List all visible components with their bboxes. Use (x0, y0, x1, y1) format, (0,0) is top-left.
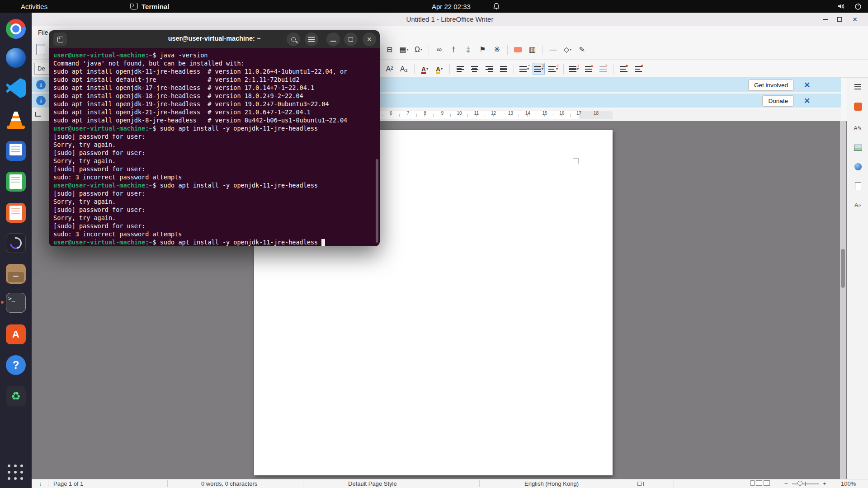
dock-item-vlc[interactable] (5, 109, 27, 131)
writer-titlebar[interactable]: Untitled 1 - LibreOffice Writer × (32, 13, 868, 26)
justify-icon[interactable] (497, 63, 509, 75)
clock[interactable]: Apr 22 02:33 (432, 0, 471, 13)
writer-close-button[interactable]: × (850, 14, 860, 24)
dock-item-impress[interactable] (5, 202, 27, 224)
terminal-line: sudo apt install openjdk-21-jre-headless… (53, 108, 380, 116)
dock: >_A?♻ (0, 13, 32, 488)
subscript-icon[interactable]: A₂ (398, 63, 410, 75)
dock-item-terminal[interactable]: >_ (5, 292, 27, 314)
freeform-line-icon[interactable]: ✎ (576, 43, 588, 56)
status-page-style[interactable]: Default Page Style (348, 480, 397, 487)
get-involved-button[interactable]: Get involved (748, 80, 794, 91)
align-right-icon[interactable] (483, 63, 495, 75)
ruler-number: 6 (390, 111, 392, 116)
numbered-list-icon[interactable]: 1▾ (533, 63, 545, 75)
ruler-number: 7 (407, 111, 410, 116)
view-layout-buttons[interactable] (750, 480, 771, 487)
dock-item-writer[interactable] (5, 140, 27, 162)
document-scrollbar[interactable] (840, 121, 846, 479)
gallery-icon[interactable] (852, 141, 864, 154)
top-bar: Activities Terminal Apr 22 02:33 (0, 0, 868, 13)
hyperlink-icon[interactable]: ∞ (433, 43, 445, 56)
horizontal-line-icon[interactable]: — (547, 43, 559, 56)
align-left-icon[interactable] (454, 63, 466, 75)
terminal-scrollbar[interactable] (376, 159, 378, 243)
terminal-minimize-button[interactable] (326, 33, 340, 46)
indent-increase-icon[interactable]: ► (618, 63, 630, 75)
comment-icon[interactable] (512, 43, 524, 56)
style-inspector-icon[interactable]: A⌕ (852, 199, 864, 211)
highlight-color-icon[interactable]: A▾ (433, 63, 445, 75)
zoom-out-icon[interactable]: − (784, 480, 788, 487)
bullet-list-icon[interactable]: •▾ (518, 63, 530, 75)
tab-stop-selector-icon[interactable] (35, 112, 41, 117)
font-color-icon[interactable]: A▾ (419, 63, 431, 75)
volume-icon[interactable] (837, 0, 845, 13)
terminal-titlebar[interactable]: user@user-virtual-machine: ~ × (49, 30, 380, 48)
zoom-percent[interactable]: 100% (841, 480, 856, 487)
spacing-increase-icon[interactable]: ▲ (582, 63, 594, 75)
special-character-icon[interactable]: Ω▾ (412, 43, 425, 56)
writer-minimize-button[interactable] (820, 14, 830, 24)
status-language[interactable]: English (Hong Kong) (524, 480, 579, 487)
spacing-decrease-icon[interactable]: ▼ (597, 63, 609, 75)
power-icon[interactable] (854, 0, 862, 13)
document-scrollbar-thumb[interactable] (841, 249, 845, 288)
terminal-close-button[interactable]: × (363, 33, 376, 46)
dock-item-vscode[interactable] (5, 77, 27, 99)
cross-reference-icon[interactable]: ※ (491, 43, 503, 56)
styles-icon[interactable]: A✎ (852, 122, 864, 134)
vscode-icon (6, 78, 26, 98)
dock-item-browser[interactable] (5, 47, 27, 69)
endnote-icon[interactable]: ‡ (462, 43, 474, 56)
dock-item-chrome[interactable] (5, 18, 27, 40)
dock-item-files[interactable] (5, 263, 27, 285)
indent-decrease-icon[interactable]: ◄ (632, 63, 644, 75)
status-page-count[interactable]: Page 1 of 1 (53, 480, 84, 487)
outline-list-icon[interactable]: ≡▾ (547, 63, 559, 75)
footnote-icon[interactable]: † (448, 43, 460, 56)
ruler-number: 12 (491, 111, 496, 116)
navigator-icon[interactable] (852, 160, 864, 173)
insert-mode-icon[interactable]: I (637, 480, 645, 487)
insert-field-icon[interactable]: ▤▾ (398, 43, 410, 56)
dock-item-software[interactable]: A (5, 324, 27, 345)
writer-maximize-button[interactable] (835, 14, 844, 24)
track-changes-icon[interactable]: ▥ (526, 43, 538, 56)
activities-button[interactable]: Activities (21, 0, 47, 13)
page-icon[interactable] (852, 180, 864, 192)
dock-item-media[interactable] (5, 232, 27, 254)
line-spacing-icon[interactable]: ↕▾ (568, 63, 580, 75)
basic-shapes-icon[interactable]: ◇▾ (561, 43, 574, 56)
terminal-line: sudo apt install openjdk-17-jre-headless… (53, 84, 380, 92)
sidebar-menu-icon[interactable] (852, 80, 864, 93)
app-menu-terminal[interactable]: Terminal (142, 0, 169, 13)
zoom-slider-knob[interactable] (797, 481, 802, 486)
menu-file[interactable]: File (38, 29, 48, 36)
running-indicator (1, 301, 4, 304)
donate-button[interactable]: Donate (762, 95, 794, 107)
terminal-line: Sorry, try again. (53, 197, 380, 206)
menu-icon[interactable] (305, 33, 318, 46)
dock-item-help[interactable]: ? (5, 354, 27, 376)
ruler-number: 10 (457, 111, 462, 116)
infobar-close-icon[interactable]: ✕ (802, 96, 812, 106)
terminal-line: sudo apt install default-jre # version 2… (53, 75, 380, 84)
show-applications-icon[interactable] (8, 465, 24, 481)
dock-item-recycle[interactable]: ♻ (5, 385, 27, 407)
new-document-icon[interactable] (36, 44, 45, 55)
page-break-icon[interactable]: ⊟ (383, 43, 396, 56)
search-icon[interactable] (287, 33, 300, 46)
paragraph-style-combo[interactable]: De (34, 63, 49, 75)
infobar-close-icon[interactable]: ✕ (802, 80, 812, 90)
dock-item-calc[interactable] (5, 171, 27, 192)
properties-icon[interactable] (852, 100, 864, 113)
status-word-count[interactable]: 0 words, 0 characters (201, 480, 257, 487)
terminal-maximize-button[interactable] (344, 33, 358, 46)
bell-icon[interactable] (493, 0, 500, 13)
ruler-number: 9 (441, 111, 443, 116)
zoom-in-icon[interactable]: + (823, 480, 826, 487)
align-center-icon[interactable] (468, 63, 481, 75)
superscript-icon[interactable]: A² (383, 63, 396, 75)
bookmark-icon[interactable]: ⚑ (476, 43, 489, 56)
